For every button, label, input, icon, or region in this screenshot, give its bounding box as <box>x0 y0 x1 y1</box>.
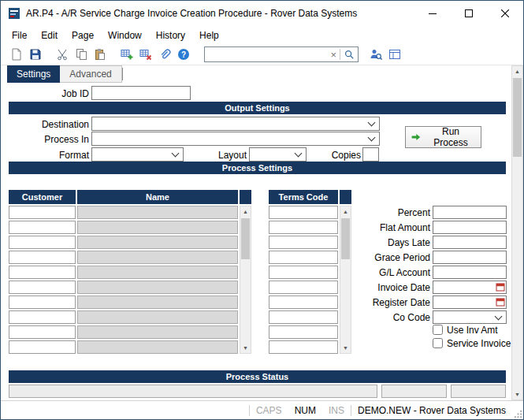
service-invoice-checkbox[interactable] <box>433 338 443 348</box>
days-late-input[interactable] <box>433 236 507 249</box>
environment-context: DEMO.NEW - Rover Data Systems <box>351 405 512 416</box>
customer-cell[interactable] <box>9 340 76 354</box>
terms-code-cell[interactable] <box>269 221 338 234</box>
menu-help[interactable]: Help <box>192 28 226 43</box>
user-lookup-button[interactable] <box>366 46 385 63</box>
customer-cell[interactable] <box>9 325 76 339</box>
scrollbar-thumb[interactable] <box>241 218 250 259</box>
gl-account-label: G/L Account <box>336 267 430 278</box>
scroll-down-icon[interactable]: ▼ <box>512 389 522 400</box>
customer-cell[interactable] <box>9 206 76 219</box>
paste-icon <box>94 48 106 61</box>
attachment-button[interactable] <box>155 46 174 63</box>
customer-grid-scrollbar[interactable]: ▲ ▼ <box>240 206 251 354</box>
flat-amount-input[interactable] <box>433 221 507 234</box>
grid-delete-icon <box>139 48 152 61</box>
job-id-input[interactable] <box>91 86 191 100</box>
terms-code-cell[interactable] <box>269 206 338 219</box>
copies-input[interactable] <box>362 147 379 162</box>
search-icon[interactable] <box>340 49 358 60</box>
calendar-icon[interactable] <box>496 297 505 307</box>
resize-grip-icon <box>514 410 522 418</box>
scroll-up-icon[interactable]: ▲ <box>512 66 522 76</box>
terms-code-cell[interactable] <box>269 340 338 354</box>
name-cell <box>77 206 238 219</box>
scroll-down-icon[interactable]: ▼ <box>340 343 351 353</box>
customer-cell[interactable] <box>9 281 76 294</box>
tab-settings[interactable]: Settings <box>7 65 60 83</box>
search-input[interactable] <box>205 48 327 61</box>
app-icon <box>8 7 20 20</box>
scrollbar-thumb[interactable] <box>513 78 522 157</box>
scroll-down-icon[interactable]: ▼ <box>240 343 251 353</box>
gl-account-input[interactable] <box>433 266 507 279</box>
use-inv-amt-checkbox[interactable] <box>433 325 443 335</box>
menu-window[interactable]: Window <box>101 28 149 43</box>
scroll-up-icon[interactable]: ▲ <box>240 206 251 217</box>
menu-page[interactable]: Page <box>65 28 101 43</box>
cut-button[interactable] <box>53 46 72 63</box>
invoice-date-field <box>433 281 507 294</box>
num-lock-indicator: NUM <box>288 405 322 416</box>
destination-select[interactable] <box>91 117 380 131</box>
grace-period-input[interactable] <box>433 251 507 264</box>
process-in-label: Process In <box>10 134 89 145</box>
copy-button[interactable] <box>72 46 91 63</box>
menu-file[interactable]: File <box>5 28 34 43</box>
process-in-select[interactable] <box>91 132 380 146</box>
terms-code-cell[interactable] <box>269 281 338 294</box>
maximize-button[interactable] <box>451 1 487 26</box>
customer-cell[interactable] <box>9 251 76 264</box>
new-button[interactable] <box>7 46 26 63</box>
format-label: Format <box>10 150 89 161</box>
terms-code-cell[interactable] <box>269 236 338 249</box>
grid-view-button[interactable] <box>385 46 404 63</box>
close-icon <box>501 9 509 17</box>
grace-period-label: Grace Period <box>336 252 430 263</box>
delete-row-button[interactable] <box>136 46 155 63</box>
terms-code-cell[interactable] <box>269 266 338 279</box>
terms-code-column <box>269 206 338 355</box>
customer-cell[interactable] <box>9 310 76 324</box>
resize-grip[interactable] <box>512 401 523 419</box>
calendar-icon[interactable] <box>496 282 505 292</box>
process-status-message <box>9 385 377 398</box>
customer-cell[interactable] <box>9 266 76 279</box>
svg-text:?: ? <box>181 50 186 59</box>
app-window: AR.P4 - A/R Service Charge Invoice Creat… <box>0 0 524 420</box>
name-cell <box>77 295 238 309</box>
menu-history[interactable]: History <box>149 28 192 43</box>
customer-column-header: Customer <box>9 190 76 204</box>
customer-cell[interactable] <box>9 295 76 309</box>
percent-input[interactable] <box>433 206 507 219</box>
chevron-down-icon <box>368 119 376 127</box>
menu-edit[interactable]: Edit <box>34 28 65 43</box>
save-button[interactable] <box>26 46 45 63</box>
terms-code-column-header: Terms Code <box>269 190 338 204</box>
scissors-icon <box>56 48 69 61</box>
percent-label: Percent <box>336 207 430 218</box>
close-button[interactable] <box>487 1 523 26</box>
minimize-button[interactable] <box>414 1 451 26</box>
terms-code-cell[interactable] <box>269 295 338 309</box>
caps-lock-indicator: CAPS <box>250 405 288 416</box>
terms-code-cell[interactable] <box>269 251 338 264</box>
customer-cell[interactable] <box>9 236 76 249</box>
insert-row-button[interactable] <box>117 46 136 63</box>
co-code-select[interactable] <box>433 310 507 324</box>
tab-advanced[interactable]: Advanced <box>60 65 121 83</box>
help-button[interactable]: ? <box>174 46 193 63</box>
name-cell <box>77 251 238 264</box>
page-scrollbar[interactable]: ▲ ▼ <box>511 65 523 400</box>
tab-strip: Settings Advanced <box>7 65 123 83</box>
run-process-button[interactable]: Run Process <box>405 126 481 148</box>
menu-bar: File Edit Page Window History Help <box>1 26 523 44</box>
chevron-down-icon <box>368 134 376 142</box>
customer-cell[interactable] <box>9 221 76 234</box>
paste-button[interactable] <box>91 46 110 63</box>
format-select[interactable] <box>91 147 184 162</box>
terms-code-cell[interactable] <box>269 310 338 324</box>
paperclip-icon <box>158 48 171 61</box>
terms-code-cell[interactable] <box>269 325 338 339</box>
clear-search-icon[interactable]: × <box>327 50 340 60</box>
